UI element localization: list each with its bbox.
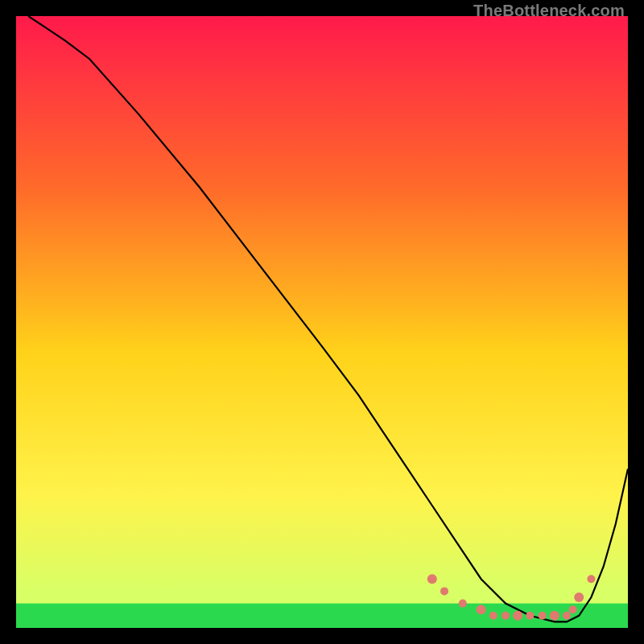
data-dot — [477, 605, 486, 614]
data-dot — [569, 605, 577, 613]
data-dot — [513, 611, 522, 621]
data-dot — [440, 587, 448, 595]
data-dot — [574, 592, 584, 602]
green-band — [16, 604, 628, 628]
data-dot — [526, 612, 534, 620]
data-dot — [587, 575, 595, 583]
data-dot — [550, 611, 559, 621]
data-dot — [459, 600, 467, 608]
watermark-text: TheBottleneck.com — [473, 2, 625, 20]
data-dot — [563, 612, 571, 620]
plot-area — [16, 16, 628, 628]
data-dot — [502, 612, 510, 620]
bottleneck-chart — [16, 16, 628, 628]
data-dot — [539, 612, 547, 620]
gradient-background — [16, 16, 628, 628]
chart-frame: TheBottleneck.com — [0, 0, 644, 644]
data-dot — [427, 574, 437, 584]
data-dot — [489, 612, 497, 620]
